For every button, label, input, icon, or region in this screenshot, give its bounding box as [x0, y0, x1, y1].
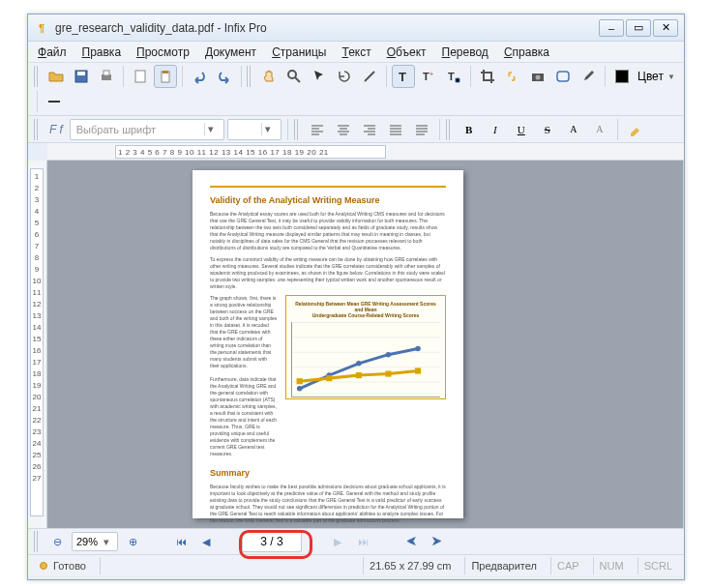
- svg-rect-23: [385, 370, 391, 376]
- app-window: ¶ gre_research_validity_data.pdf - Infix…: [27, 14, 685, 580]
- workarea: 1234567891011121314151617181920212223242…: [28, 161, 684, 528]
- next-view-button[interactable]: ⮞: [426, 532, 447, 551]
- menu-help[interactable]: Справка: [498, 44, 555, 61]
- toolbar-grip-3[interactable]: [34, 119, 40, 140]
- zoom-out-button[interactable]: ⊖: [46, 532, 68, 551]
- prev-page-button[interactable]: ◀: [195, 532, 217, 551]
- status-scrl: SCRL: [637, 557, 678, 574]
- statusbar: Готово 21.65 x 27.99 cm Предварител CAP …: [28, 555, 684, 576]
- italic-button[interactable]: I: [484, 118, 507, 141]
- link-tool[interactable]: [501, 65, 524, 88]
- svg-rect-22: [356, 372, 362, 378]
- svg-rect-6: [163, 71, 168, 74]
- zoom-tool[interactable]: [282, 65, 306, 88]
- undo-button[interactable]: [188, 65, 211, 88]
- svg-text:+: +: [430, 71, 433, 77]
- horizontal-ruler[interactable]: 1 2 3 4 5 6 7 8 9 10 11 12 13 14 15 16 1…: [47, 143, 684, 161]
- superscript-button[interactable]: A: [562, 118, 585, 141]
- status-ready: Готово: [34, 557, 92, 574]
- page-setup-button[interactable]: [129, 65, 152, 88]
- next-page-button[interactable]: ▶: [327, 532, 348, 551]
- toolbar-grip-2[interactable]: [247, 66, 252, 87]
- status-preview[interactable]: Предварител: [464, 557, 543, 574]
- status-num: NUM: [593, 557, 630, 574]
- svg-text:T: T: [423, 71, 430, 82]
- prev-view-button[interactable]: ⮜: [400, 532, 422, 551]
- doc-para: To express the construct validity of the…: [210, 256, 446, 290]
- menu-document[interactable]: Документ: [199, 44, 262, 61]
- toolbar-grip[interactable]: [34, 66, 40, 87]
- zoom-value[interactable]: 29%▾: [72, 532, 118, 551]
- vertical-ruler[interactable]: 1234567891011121314151617181920212223242…: [28, 161, 47, 528]
- svg-point-13: [536, 75, 541, 80]
- underline-button[interactable]: U: [510, 118, 533, 141]
- last-page-button[interactable]: ⏭: [352, 532, 373, 551]
- font-family-select[interactable]: Выбрать шрифт▾: [70, 119, 224, 140]
- toolbar-grip-6[interactable]: [34, 531, 40, 552]
- menu-edit[interactable]: Правка: [76, 44, 128, 61]
- eyedropper-tool[interactable]: [577, 65, 600, 88]
- text-plus-tool[interactable]: T+: [417, 65, 440, 88]
- status-dimensions: 21.65 x 27.99 cm: [363, 557, 457, 574]
- svg-rect-14: [557, 72, 569, 81]
- svg-rect-24: [415, 368, 421, 373]
- toolbar-grip-4[interactable]: [294, 119, 300, 140]
- document-canvas[interactable]: Validity of the Analytical Writing Measu…: [47, 161, 684, 528]
- zoom-in-button[interactable]: ⊕: [122, 532, 143, 551]
- align-justify-button[interactable]: [384, 118, 407, 141]
- bold-button[interactable]: B: [458, 118, 481, 141]
- doc-top-rule: [210, 186, 446, 188]
- doc-chart: Relationship Between Mean GRE Writing As…: [285, 295, 446, 399]
- menu-pages[interactable]: Страницы: [266, 44, 332, 61]
- menu-view[interactable]: Просмотр: [131, 44, 195, 61]
- minimize-button[interactable]: –: [599, 19, 624, 37]
- align-justify-full-button[interactable]: [410, 118, 433, 141]
- ocr-tool[interactable]: [551, 65, 575, 88]
- highlight-button[interactable]: [624, 118, 647, 141]
- redo-button[interactable]: [213, 65, 236, 88]
- text-link-tool[interactable]: T: [442, 65, 465, 88]
- svg-rect-20: [297, 378, 303, 384]
- doc-para: Because the Analytical essay scores are …: [210, 211, 446, 251]
- menubar: Файл Правка Просмотр Документ Страницы Т…: [28, 42, 684, 63]
- main-toolbar: T T+ T Цвет ▼: [28, 63, 684, 116]
- svg-point-18: [386, 352, 392, 358]
- text-tool[interactable]: T: [392, 65, 415, 88]
- align-left-button[interactable]: [306, 118, 329, 141]
- open-button[interactable]: [44, 65, 68, 88]
- page-indicator[interactable]: 3 / 3: [242, 531, 302, 552]
- doc-para: Because faculty wishes to make the best …: [210, 484, 446, 524]
- font-marker-icon: F f: [45, 123, 67, 136]
- color-swatch[interactable]: [610, 65, 634, 88]
- crop-tool[interactable]: [476, 65, 499, 88]
- doc-heading-1: Validity of the Analytical Writing Measu…: [210, 195, 446, 205]
- toolbar-grip-5[interactable]: [446, 119, 452, 140]
- stroke-button[interactable]: [43, 90, 66, 113]
- align-center-button[interactable]: [332, 118, 355, 141]
- pointer-tool[interactable]: [308, 65, 331, 88]
- menu-translate[interactable]: Перевод: [436, 44, 494, 61]
- align-right-button[interactable]: [358, 118, 381, 141]
- close-button[interactable]: ✕: [653, 19, 678, 37]
- pdf-page[interactable]: Validity of the Analytical Writing Measu…: [193, 170, 463, 518]
- svg-rect-1: [77, 72, 85, 75]
- svg-text:T: T: [399, 70, 406, 84]
- save-button[interactable]: [70, 65, 93, 88]
- camera-tool[interactable]: [526, 65, 549, 88]
- rotate-tool[interactable]: [333, 65, 356, 88]
- first-page-button[interactable]: ⏮: [170, 532, 192, 551]
- titlebar[interactable]: ¶ gre_research_validity_data.pdf - Infix…: [28, 15, 684, 42]
- hand-tool[interactable]: [257, 65, 281, 88]
- window-title: gre_research_validity_data.pdf - Infix P…: [55, 21, 599, 35]
- menu-text[interactable]: Текст: [336, 44, 376, 61]
- strike-button[interactable]: S: [536, 118, 559, 141]
- menu-file[interactable]: Файл: [32, 44, 73, 61]
- print-button[interactable]: [95, 65, 118, 88]
- maximize-button[interactable]: ▭: [626, 19, 651, 37]
- subscript-button[interactable]: A: [588, 118, 611, 141]
- line-tool[interactable]: [358, 65, 381, 88]
- clipboard-button[interactable]: [154, 65, 177, 88]
- font-size-select[interactable]: ▾: [227, 119, 281, 140]
- chart-title: Relationship Between Mean GRE Writing As…: [291, 301, 440, 318]
- menu-object[interactable]: Объект: [381, 44, 432, 61]
